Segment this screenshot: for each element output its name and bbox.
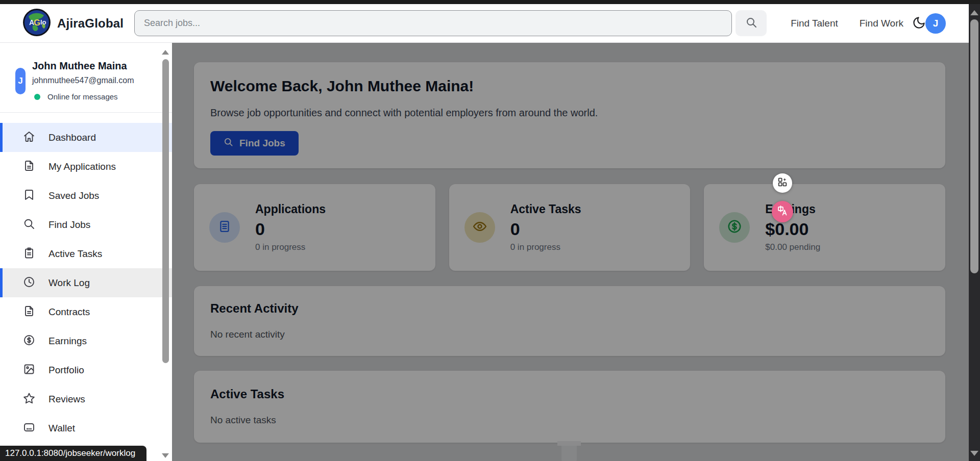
nav-link-find-talent[interactable]: Find Talent	[791, 18, 838, 29]
sidebar-item-wallet[interactable]: Wallet	[0, 414, 172, 443]
divider	[0, 112, 172, 113]
search-icon	[23, 218, 35, 232]
stats-row: Applications 0 0 in progress Active Task…	[194, 184, 945, 271]
active-tasks-card: Active Tasks No active tasks	[194, 371, 945, 443]
sidebar-item-saved-jobs[interactable]: Saved Jobs	[0, 181, 172, 210]
profile-summary: J John Muthee Maina johnmuthee547@gmail.…	[0, 43, 172, 101]
find-jobs-button[interactable]: Find Jobs	[210, 131, 299, 156]
dollar-circle-icon	[23, 334, 35, 348]
recent-activity-title: Recent Activity	[210, 301, 929, 316]
recent-activity-empty: No recent activity	[210, 329, 929, 340]
sidebar-scroll-down-icon[interactable]	[162, 453, 169, 458]
profile-name: John Muthee Maina	[32, 60, 172, 72]
nav-link-find-work[interactable]: Find Work	[860, 18, 903, 29]
sidebar-item-work-log[interactable]: Work Log	[0, 268, 172, 297]
sidebar-item-reviews[interactable]: Reviews	[0, 385, 172, 414]
top-navbar: A G lo AjiraGlobal Find Talent Find Work…	[0, 4, 969, 43]
translate-icon	[776, 204, 789, 219]
star-icon	[23, 392, 35, 406]
sidebar-item-active-tasks[interactable]: Active Tasks	[0, 239, 172, 268]
clock-icon	[23, 276, 35, 290]
sidebar-item-my-applications[interactable]: My Applications	[0, 152, 172, 181]
welcome-title: Welcome Back, John Muthee Maina!	[210, 78, 929, 95]
squares-sparkle-icon	[777, 176, 788, 190]
brand-title: AjiraGlobal	[57, 16, 124, 31]
stat-card-applications: Applications 0 0 in progress	[194, 184, 435, 271]
search-icon	[224, 137, 233, 149]
applications-badge	[209, 212, 240, 243]
welcome-card: Welcome Back, John Muthee Maina! Browse …	[194, 62, 945, 168]
clipboard-icon	[23, 247, 35, 261]
status-bar-url: 127.0.0.1:8080/jobseeker/worklog	[0, 446, 146, 461]
home-icon	[23, 131, 35, 145]
online-status-label: Online for messages	[47, 92, 118, 101]
wallet-icon	[23, 421, 35, 436]
moon-icon	[912, 16, 926, 32]
dollar-circle-icon	[727, 219, 742, 236]
main-content: Welcome Back, John Muthee Maina! Browse …	[172, 43, 969, 461]
contract-icon	[23, 305, 35, 319]
svg-text:lo: lo	[40, 18, 46, 26]
sidebar-nav: Dashboard My Applications Saved Jobs	[0, 123, 172, 443]
stat-card-active-tasks: Active Tasks 0 0 in progress	[449, 184, 691, 271]
globe-logo-icon: A G lo	[22, 8, 51, 39]
search-icon	[745, 16, 757, 30]
browser-top-strip	[0, 0, 980, 4]
profile-email: johnmuthee547@gmail.com	[32, 76, 172, 85]
sidebar-item-earnings[interactable]: Earnings	[0, 326, 172, 355]
welcome-subtitle: Browse job opportunities and connect wit…	[210, 107, 929, 119]
profile-avatar: J	[15, 68, 26, 94]
stat-card-earnings: Earnings $0.00 $0.00 pending	[704, 184, 945, 271]
search-input[interactable]	[134, 10, 732, 36]
scroll-up-arrow-icon[interactable]	[970, 10, 978, 15]
translate-button[interactable]	[772, 201, 793, 222]
sidebar-scrollbar-thumb[interactable]	[162, 59, 169, 363]
recent-activity-card: Recent Activity No recent activity	[194, 286, 945, 356]
dark-mode-toggle[interactable]	[911, 15, 927, 32]
browser-scrollbar[interactable]	[969, 4, 980, 461]
bookmark-icon	[23, 189, 35, 203]
sidebar: J John Muthee Maina johnmuthee547@gmail.…	[0, 43, 172, 461]
document-icon	[217, 219, 232, 236]
active-tasks-empty: No active tasks	[210, 415, 929, 426]
brand[interactable]: A G lo AjiraGlobal	[22, 8, 124, 39]
sidebar-scroll-up-icon[interactable]	[162, 50, 169, 55]
active-tasks-badge	[464, 212, 495, 243]
sidebar-item-portfolio[interactable]: Portfolio	[0, 355, 172, 385]
sidebar-item-dashboard[interactable]: Dashboard	[0, 123, 172, 152]
eye-icon	[472, 219, 487, 236]
active-tasks-title: Active Tasks	[210, 387, 929, 401]
scroll-down-arrow-icon[interactable]	[970, 451, 978, 456]
illustration-pedestal	[557, 441, 581, 461]
search-button[interactable]	[736, 10, 767, 36]
online-status-dot	[34, 94, 40, 100]
svg-text:G: G	[34, 18, 40, 28]
image-icon	[23, 363, 35, 377]
browser-scrollbar-thumb[interactable]	[970, 19, 978, 273]
extension-sidebar-button[interactable]	[773, 173, 792, 193]
user-avatar[interactable]: J	[925, 13, 946, 34]
earnings-badge	[719, 212, 750, 243]
document-icon	[23, 160, 35, 174]
sidebar-item-find-jobs[interactable]: Find Jobs	[0, 210, 172, 239]
sidebar-item-contracts[interactable]: Contracts	[0, 297, 172, 326]
